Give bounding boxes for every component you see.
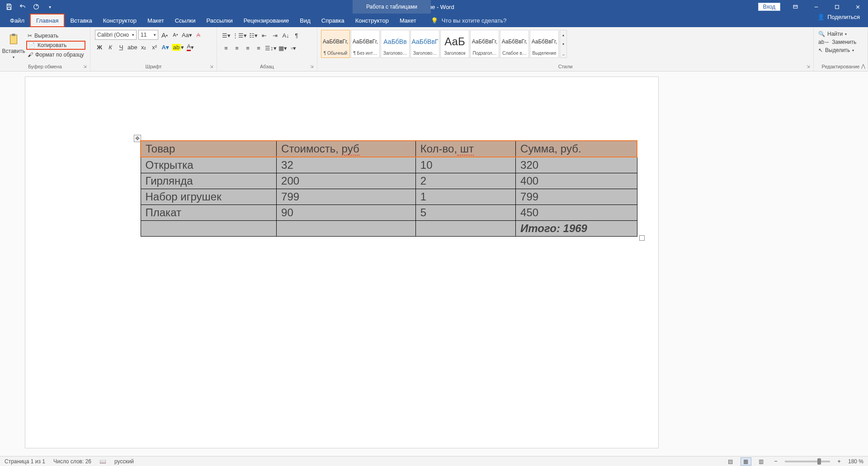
font-color-icon[interactable]: A▾ [186, 43, 195, 52]
tab-insert[interactable]: Вставка [65, 14, 97, 27]
table-cell[interactable] [277, 221, 416, 237]
tab-review[interactable]: Рецензирование [238, 14, 294, 27]
style-item[interactable]: АаБЗаголовок [440, 30, 469, 58]
paragraph-launcher-icon[interactable]: ⇲ [310, 64, 316, 70]
styles-more-icon[interactable]: ▴▾⎯ [560, 30, 567, 58]
table-cell[interactable]: 1 [415, 189, 515, 205]
collapse-ribbon-icon[interactable]: ⋀ [861, 63, 865, 69]
style-item[interactable]: АаБбВвГЗаголово… [410, 30, 439, 58]
table-cell[interactable]: 200 [277, 173, 416, 189]
bullets-icon[interactable]: ☰▾ [222, 31, 231, 40]
justify-icon[interactable]: ≡ [254, 43, 263, 52]
select-button[interactable]: ↖Выделить▾ [818, 47, 863, 53]
multilevel-icon[interactable]: ☷▾ [249, 31, 258, 40]
table-header[interactable]: Товар [141, 141, 277, 157]
styles-launcher-icon[interactable]: ⇲ [807, 64, 812, 70]
find-button[interactable]: 🔍Найти▾ [818, 31, 863, 37]
tab-references[interactable]: Ссылки [170, 14, 201, 27]
increase-indent-icon[interactable]: ⇥ [270, 31, 279, 40]
tab-view[interactable]: Вид [294, 14, 316, 27]
redo-icon[interactable] [33, 3, 40, 10]
clipboard-launcher-icon[interactable]: ⇲ [83, 64, 89, 70]
zoom-out-icon[interactable]: − [771, 457, 780, 466]
format-painter-button[interactable]: 🖌Формат по образцу [26, 51, 85, 58]
tab-home[interactable]: Главная [30, 14, 65, 27]
copy-button[interactable]: 📄Копировать [26, 41, 85, 50]
table-header[interactable]: Стоимость, руб [277, 141, 416, 157]
show-marks-icon[interactable]: ¶ [292, 31, 301, 40]
print-layout-icon[interactable]: ▦ [741, 457, 751, 466]
tab-table-design[interactable]: Конструктор [350, 14, 394, 27]
borders-icon[interactable]: ▫▾ [289, 43, 298, 52]
table-cell[interactable]: Плакат [141, 205, 277, 221]
tell-me-search[interactable]: 💡 Что вы хотите сделать? [431, 14, 507, 27]
read-mode-icon[interactable]: ▤ [725, 457, 736, 466]
login-button[interactable]: Вход [758, 3, 780, 11]
clear-format-icon[interactable]: A [194, 30, 203, 39]
style-item[interactable]: АаБбВвГг,Подзагол… [470, 30, 499, 58]
replace-button[interactable]: ab↔Заменить [818, 39, 863, 45]
minimize-icon[interactable] [806, 0, 826, 14]
table-cell[interactable] [141, 221, 277, 237]
style-item[interactable]: АаБбВвГг,¶ Обычный [321, 30, 350, 58]
table-header[interactable]: Сумма, руб. [516, 141, 637, 157]
sort-icon[interactable]: A↓ [281, 31, 290, 40]
zoom-level[interactable]: 180 % [848, 458, 863, 465]
table-header[interactable]: Кол-во, шт [415, 141, 515, 157]
font-name-combo[interactable]: Calibri (Осно▾ [95, 30, 137, 40]
align-left-icon[interactable]: ≡ [222, 43, 231, 52]
paste-button[interactable]: Вставить ▾ [3, 29, 24, 62]
save-icon[interactable] [5, 3, 13, 10]
table-cell[interactable]: Набор игрушек [141, 189, 277, 205]
word-count[interactable]: Число слов: 26 [53, 458, 91, 465]
table-cell[interactable]: 32 [277, 157, 416, 173]
maximize-icon[interactable] [826, 0, 847, 14]
undo-icon[interactable] [19, 3, 26, 10]
table-cell[interactable]: 10 [415, 157, 515, 173]
shrink-font-icon[interactable]: A▾ [171, 30, 180, 39]
align-right-icon[interactable]: ≡ [243, 43, 252, 52]
data-table[interactable]: ТоварСтоимость, рубКол-во, штСумма, руб.… [140, 140, 637, 237]
table-cell[interactable]: 2 [415, 173, 515, 189]
numbering-icon[interactable]: ⋮☰▾ [232, 31, 247, 40]
table-cell[interactable] [415, 221, 515, 237]
style-item[interactable]: АаБбВвГг,¶ Без инт… [351, 30, 380, 58]
page-indicator[interactable]: Страница 1 из 1 [5, 458, 45, 465]
language-indicator[interactable]: русский [114, 458, 134, 465]
highlight-icon[interactable]: ab▾ [172, 43, 184, 52]
tab-layout[interactable]: Макет [142, 14, 170, 27]
shading-icon[interactable]: ▦▾ [278, 43, 288, 52]
table-cell[interactable]: 450 [516, 205, 637, 221]
font-launcher-icon[interactable]: ⇲ [210, 64, 215, 70]
qat-dropdown-icon[interactable]: ▾ [46, 3, 53, 10]
table-cell[interactable]: Гирлянда [141, 173, 277, 189]
decrease-indent-icon[interactable]: ⇤ [259, 31, 269, 40]
table-resize-handle-icon[interactable] [639, 235, 645, 241]
tab-mailings[interactable]: Рассылки [201, 14, 238, 27]
font-size-combo[interactable]: 11▾ [138, 30, 158, 40]
table-cell[interactable]: Открытка [141, 157, 277, 173]
subscript-icon[interactable]: x₂ [139, 43, 148, 52]
align-center-icon[interactable]: ≡ [232, 43, 241, 52]
ribbon-display-icon[interactable] [785, 0, 806, 14]
style-item[interactable]: АаБбВвЗаголово… [381, 30, 410, 58]
zoom-slider[interactable] [785, 461, 830, 462]
table-cell[interactable]: 5 [415, 205, 515, 221]
proofing-icon[interactable]: 📖 [99, 458, 106, 465]
zoom-in-icon[interactable]: + [835, 457, 844, 466]
strikethrough-icon[interactable]: abe [127, 43, 137, 52]
web-layout-icon[interactable]: ▥ [756, 457, 767, 466]
zoom-thumb[interactable] [817, 458, 821, 465]
close-icon[interactable] [847, 0, 868, 14]
tab-design[interactable]: Конструктор [98, 14, 142, 27]
share-button[interactable]: 👤 Поделиться [817, 14, 860, 20]
cut-button[interactable]: ✂Вырезать [26, 32, 85, 39]
table-cell[interactable]: 400 [516, 173, 637, 189]
tab-file[interactable]: Файл [5, 14, 30, 27]
table-cell[interactable]: 90 [277, 205, 416, 221]
table-cell[interactable]: 799 [516, 189, 637, 205]
change-case-icon[interactable]: Aa▾ [182, 30, 192, 39]
style-item[interactable]: АаБбВвГг,Выделение [530, 30, 559, 58]
table-cell[interactable]: 320 [516, 157, 637, 173]
tab-help[interactable]: Справка [316, 14, 350, 27]
